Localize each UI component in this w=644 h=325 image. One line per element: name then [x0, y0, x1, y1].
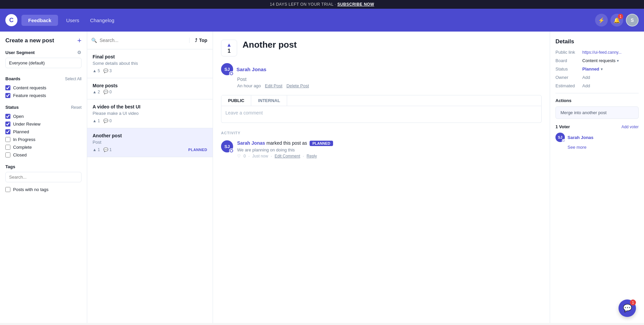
tab-public[interactable]: PUBLIC: [221, 95, 251, 106]
board-checkbox-item[interactable]: Feature requests: [5, 92, 82, 99]
post-item[interactable]: Final postSome details about this▲ 5💬 3: [87, 49, 213, 78]
post-item-meta: ▲ 5💬 3: [93, 68, 207, 73]
voter-badge: [562, 139, 565, 142]
post-item-title: More posts: [93, 83, 207, 88]
comment-placeholder: Leave a comment: [225, 110, 263, 115]
main-layout: Create a new post + User Segment ⚙ Every…: [0, 32, 644, 323]
divider-1: [555, 93, 639, 93]
create-post-button[interactable]: +: [77, 37, 82, 44]
activity-action: marked this post as: [266, 140, 307, 146]
edit-comment-link[interactable]: Edit Comment: [275, 154, 300, 158]
status-dropdown[interactable]: Planned ▾: [582, 66, 603, 72]
post-header: ▲ 1 Another post: [221, 40, 542, 56]
post-item[interactable]: More posts▲ 2💬 0: [87, 78, 213, 99]
public-link-row: Public link https://ui-feed.canny...: [555, 50, 639, 55]
no-tags-checkbox[interactable]: Posts with no tags: [5, 186, 82, 193]
heart-icon: ♡: [237, 154, 241, 158]
left-sidebar: Create a new post + User Segment ⚙ Every…: [0, 32, 87, 323]
post-items-container: Final postSome details about this▲ 5💬 3M…: [87, 49, 213, 157]
select-all-button[interactable]: Select All: [65, 77, 82, 81]
merge-button[interactable]: Merge into another post: [555, 106, 639, 119]
see-more-link[interactable]: See more: [568, 145, 639, 150]
boards-list: Content requestsFeature requests: [5, 84, 82, 99]
author-row: SJ Sarah Jonas: [221, 63, 542, 75]
estimated-add[interactable]: Add: [582, 83, 590, 88]
trial-text: 14 DAYS LEFT ON YOUR TRIAL ·: [270, 2, 337, 7]
status-checkbox-item[interactable]: Closed: [5, 151, 82, 159]
reset-status-button[interactable]: Reset: [71, 105, 82, 110]
reply-link[interactable]: Reply: [307, 154, 317, 158]
edit-post-link[interactable]: Edit Post: [265, 83, 282, 88]
vote-stat: ▲ 2: [93, 90, 100, 94]
subscribe-link[interactable]: SUBSCRIBE NOW: [337, 2, 374, 7]
comment-stat: 💬 0: [103, 119, 112, 123]
owner-add[interactable]: Add: [582, 75, 590, 80]
search-input[interactable]: [97, 32, 185, 49]
author-badge: [229, 71, 234, 76]
user-segment-row: User Segment ⚙: [5, 50, 82, 55]
activity-separator-1: ·: [249, 154, 250, 158]
estimated-row: Estimated Add: [555, 83, 639, 88]
status-title: Status: [5, 105, 19, 110]
owner-label: Owner: [555, 75, 582, 80]
status-checkbox-item[interactable]: Complete: [5, 143, 82, 151]
svg-point-1: [230, 150, 232, 152]
nav-tab-feedback[interactable]: Feedback: [21, 15, 58, 26]
tags-search-input[interactable]: [5, 172, 82, 182]
notifications-btn[interactable]: 🔔 1: [610, 14, 623, 27]
nav-tab-users[interactable]: Users: [61, 15, 85, 26]
add-voter-button[interactable]: Add voter: [622, 125, 639, 129]
lightning-icon-btn[interactable]: ⚡: [595, 14, 608, 27]
activity-sub-text: We are planning on doing this: [237, 147, 542, 152]
public-link-value[interactable]: https://ui-feed.canny...: [582, 50, 622, 55]
activity-meta: ♡ 0 · Just now · Edit Comment · Reply: [237, 154, 542, 158]
comment-tabs: PUBLIC INTERNAL: [221, 95, 542, 106]
post-item[interactable]: Another postPost▲ 1💬 1PLANNED: [87, 128, 213, 157]
chat-badge: 1: [630, 299, 636, 306]
create-post-row: Create a new post +: [5, 37, 82, 44]
public-link-label: Public link: [555, 50, 582, 55]
tab-internal[interactable]: INTERNAL: [251, 95, 287, 106]
nav-tab-changelog[interactable]: Changelog: [85, 15, 120, 26]
status-checkbox-item[interactable]: Planned: [5, 128, 82, 136]
vote-box[interactable]: ▲ 1: [221, 40, 237, 56]
activity-separator-2: ·: [271, 154, 272, 158]
post-item-stats: ▲ 1💬 1: [93, 147, 112, 152]
comment-input-box[interactable]: Leave a comment: [221, 106, 542, 123]
search-icon: 🔍: [91, 38, 97, 43]
author-name[interactable]: Sarah Jonas: [236, 66, 266, 72]
board-row: Board Content requests ▾: [555, 58, 639, 63]
voter-name[interactable]: Sarah Jonas: [568, 135, 593, 140]
board-label: Board: [555, 58, 582, 63]
user-segment-select[interactable]: Everyone (default): [5, 58, 82, 68]
post-item[interactable]: A video of the best UIPlease make a UI v…: [87, 99, 213, 128]
details-title: Details: [555, 38, 639, 45]
tags-title: Tags: [5, 164, 15, 169]
post-item-title: A video of the best UI: [93, 104, 207, 109]
activity-author-avatar: SJ: [221, 140, 233, 152]
post-item-desc: Post: [93, 140, 207, 145]
board-dropdown[interactable]: Content requests ▾: [582, 58, 619, 63]
status-checkbox-item[interactable]: Under Review: [5, 120, 82, 128]
activity-separator-3: ·: [303, 154, 304, 158]
vote-stat: ▲ 1: [93, 147, 100, 152]
post-item-title: Another post: [93, 133, 207, 138]
user-avatar[interactable]: S: [626, 14, 639, 27]
board-checkbox-item[interactable]: Content requests: [5, 84, 82, 92]
activity-content: Sarah Jonas marked this post as PLANNED …: [237, 140, 542, 158]
status-checkbox-item[interactable]: In Progress: [5, 136, 82, 143]
tags-header: Tags: [5, 164, 82, 169]
search-box: 🔍: [87, 32, 189, 49]
create-post-title: Create a new post: [5, 37, 54, 44]
activity-label: ACTIVITY: [221, 131, 542, 135]
status-checkbox-item[interactable]: Open: [5, 112, 82, 120]
chat-widget[interactable]: 💬 1: [619, 299, 636, 317]
gear-icon[interactable]: ⚙: [77, 50, 82, 55]
post-type: Post: [237, 77, 542, 82]
sort-top-button[interactable]: ⤴ Top: [189, 38, 213, 43]
voter-item: SJ Sarah Jonas: [555, 133, 639, 142]
post-list-header: 🔍 ⤴ Top: [87, 32, 213, 49]
delete-post-link[interactable]: Delete Post: [286, 83, 309, 88]
activity-author-name[interactable]: Sarah Jonas: [237, 140, 265, 146]
post-title: Another post: [243, 40, 297, 50]
